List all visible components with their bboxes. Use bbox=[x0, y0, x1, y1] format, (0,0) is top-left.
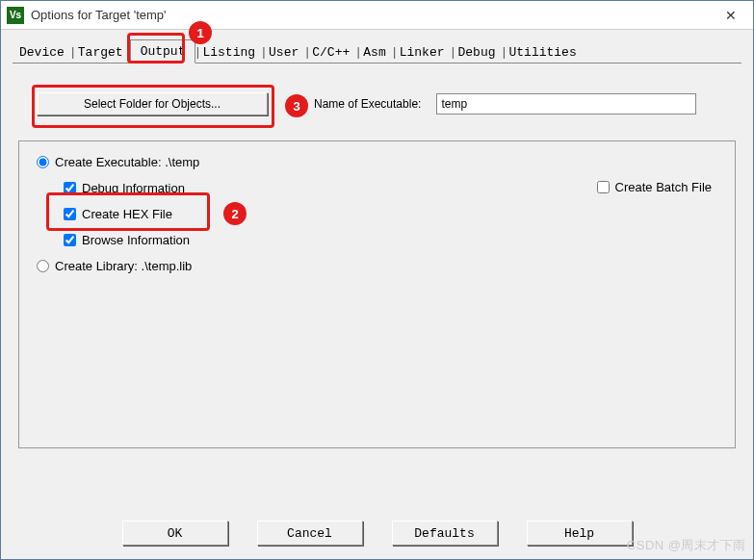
tab-cpp[interactable]: C/C++ bbox=[305, 42, 356, 63]
help-button[interactable]: Help bbox=[527, 521, 633, 546]
debug-info-checkbox[interactable] bbox=[64, 182, 76, 194]
output-group: Create Executable: .\temp Debug Informat… bbox=[18, 140, 736, 448]
top-row: Select Folder for Objects... Name of Exe… bbox=[37, 92, 741, 115]
output-panel: Select Folder for Objects... Name of Exe… bbox=[13, 64, 741, 503]
ok-button[interactable]: OK bbox=[122, 521, 228, 546]
name-executable-label: Name of Executable: bbox=[314, 97, 421, 111]
defaults-button[interactable]: Defaults bbox=[392, 521, 498, 546]
window-title: Options for Target 'temp' bbox=[31, 8, 709, 22]
create-executable-label: Create Executable: .\temp bbox=[55, 155, 199, 169]
select-folder-button[interactable]: Select Folder for Objects... bbox=[37, 92, 268, 115]
tab-listing[interactable]: Listing bbox=[195, 42, 262, 63]
tab-output[interactable]: Output bbox=[130, 39, 196, 64]
create-library-radio-row[interactable]: Create Library: .\temp.lib bbox=[37, 259, 717, 273]
tab-target[interactable]: Target bbox=[71, 42, 130, 63]
create-batch-row[interactable]: Create Batch File bbox=[597, 180, 712, 194]
tab-utilities[interactable]: Utilities bbox=[503, 42, 584, 63]
name-executable-input[interactable] bbox=[436, 93, 696, 115]
browse-info-checkbox[interactable] bbox=[64, 234, 76, 246]
dialog-button-row: OK Cancel Defaults Help bbox=[1, 511, 753, 559]
browse-info-label: Browse Information bbox=[82, 233, 190, 247]
tab-user[interactable]: User bbox=[262, 42, 305, 63]
tab-strip: Device Target Output Listing User C/C++ … bbox=[13, 39, 741, 64]
create-hex-label: Create HEX File bbox=[82, 207, 172, 221]
create-batch-checkbox[interactable] bbox=[597, 181, 610, 193]
browse-info-row[interactable]: Browse Information bbox=[64, 233, 717, 247]
close-icon[interactable]: ✕ bbox=[709, 1, 753, 30]
debug-info-label: Debug Information bbox=[82, 181, 185, 195]
tab-asm[interactable]: Asm bbox=[356, 42, 392, 63]
create-hex-checkbox[interactable] bbox=[64, 208, 76, 220]
create-hex-row[interactable]: Create HEX File bbox=[64, 207, 717, 221]
create-library-label: Create Library: .\temp.lib bbox=[55, 259, 192, 273]
cancel-button[interactable]: Cancel bbox=[257, 521, 363, 546]
tab-device[interactable]: Device bbox=[13, 42, 71, 63]
create-batch-label: Create Batch File bbox=[615, 180, 712, 194]
tab-linker[interactable]: Linker bbox=[393, 42, 452, 63]
create-executable-radio[interactable] bbox=[37, 156, 49, 168]
create-library-radio[interactable] bbox=[37, 260, 49, 272]
app-icon: Vs bbox=[7, 7, 24, 24]
tab-debug[interactable]: Debug bbox=[452, 42, 503, 63]
create-executable-radio-row[interactable]: Create Executable: .\temp bbox=[37, 155, 717, 169]
options-dialog: Vs Options for Target 'temp' ✕ Device Ta… bbox=[0, 0, 754, 560]
titlebar: Vs Options for Target 'temp' ✕ bbox=[1, 1, 753, 30]
